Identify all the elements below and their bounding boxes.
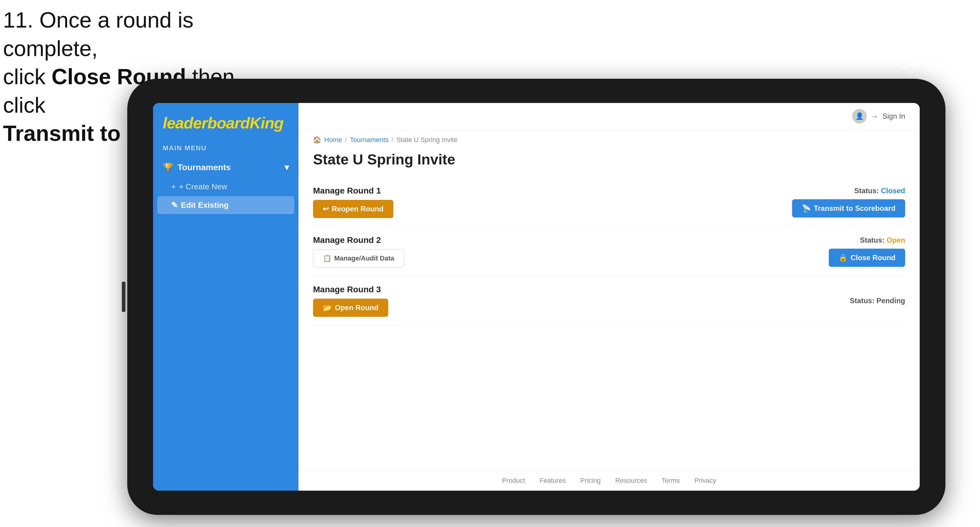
sign-in-label: Sign In bbox=[883, 112, 905, 121]
breadcrumb-home-icon: 🏠 bbox=[313, 136, 321, 144]
open-round-button[interactable]: 📂 Open Round bbox=[313, 298, 388, 317]
transmit-to-scoreboard-button[interactable]: 📡 Transmit to Scoreboard bbox=[792, 199, 905, 217]
close-round-button[interactable]: 🔒 Close Round bbox=[829, 249, 905, 267]
sign-in-area[interactable]: 👤 → Sign In bbox=[852, 109, 905, 124]
user-avatar: 👤 bbox=[852, 109, 867, 124]
sidebar-edit-existing[interactable]: ✎ Edit Existing bbox=[157, 196, 294, 214]
footer-resources[interactable]: Resources bbox=[615, 477, 647, 484]
sidebar-tournaments-label: Tournaments bbox=[178, 163, 231, 172]
footer: Product Features Pricing Resources Terms… bbox=[299, 470, 920, 490]
trophy-icon: 🏆 bbox=[163, 162, 173, 172]
sidebar-create-new[interactable]: + + Create New bbox=[153, 178, 299, 196]
round-2-status: Status: Open bbox=[860, 236, 905, 244]
sidebar-tournaments-item[interactable]: 🏆 Tournaments ▾ bbox=[153, 157, 299, 178]
footer-features[interactable]: Features bbox=[539, 477, 566, 484]
sidebar-section-label: MAIN MENU bbox=[153, 139, 299, 154]
footer-pricing[interactable]: Pricing bbox=[580, 477, 601, 484]
breadcrumb-tournaments[interactable]: Tournaments bbox=[350, 136, 388, 144]
plus-icon: + bbox=[171, 182, 176, 191]
footer-product[interactable]: Product bbox=[502, 477, 525, 484]
sidebar: leaderboardKing MAIN MENU 🏆 Tournaments … bbox=[153, 103, 299, 490]
tablet-screen: leaderboardKing MAIN MENU 🏆 Tournaments … bbox=[153, 103, 920, 490]
sidebar-logo: leaderboardKing bbox=[153, 103, 299, 139]
logo: leaderboardKing bbox=[163, 114, 289, 132]
round-2-title: Manage Round 2 bbox=[313, 235, 796, 245]
transmit-icon: 📡 bbox=[802, 204, 811, 213]
round-2-block: Manage Round 2 📋 Manage/Audit Data Statu… bbox=[313, 227, 905, 276]
round-1-status: Status: Closed bbox=[854, 187, 905, 195]
page-title: State U Spring Invite bbox=[313, 151, 905, 168]
round-1-block: Manage Round 1 ↩ Reopen Round Status: Cl… bbox=[313, 178, 905, 227]
sign-in-arrow-icon: → bbox=[871, 112, 878, 121]
breadcrumb-home[interactable]: Home bbox=[324, 136, 342, 144]
round-3-status: Status: Pending bbox=[850, 297, 905, 305]
reopen-round-button[interactable]: ↩ Reopen Round bbox=[313, 200, 393, 218]
breadcrumb-sep2: / bbox=[391, 136, 393, 144]
round-1-title: Manage Round 1 bbox=[313, 186, 792, 196]
edit-icon: ✎ bbox=[171, 200, 178, 210]
tablet-device: leaderboardKing MAIN MENU 🏆 Tournaments … bbox=[127, 79, 945, 515]
open-icon: 📂 bbox=[323, 303, 332, 312]
footer-terms[interactable]: Terms bbox=[662, 477, 680, 484]
breadcrumb: 🏠 Home / Tournaments / State U Spring In… bbox=[299, 130, 920, 146]
app-layout: leaderboardKing MAIN MENU 🏆 Tournaments … bbox=[153, 103, 920, 490]
main-content: 👤 → Sign In 🏠 Home / Tournaments / State… bbox=[299, 103, 920, 490]
round-3-title: Manage Round 3 bbox=[313, 285, 796, 294]
lock-icon: 🔒 bbox=[838, 254, 848, 262]
page-content: State U Spring Invite Manage Round 1 ↩ R… bbox=[299, 146, 920, 470]
tablet-side-button bbox=[122, 282, 126, 312]
breadcrumb-sep1: / bbox=[345, 136, 347, 144]
audit-icon: 📋 bbox=[323, 254, 331, 262]
sidebar-nav: 🏆 Tournaments ▾ + + Create New ✎ Edit Ex… bbox=[153, 154, 299, 217]
breadcrumb-current: State U Spring Invite bbox=[396, 136, 458, 144]
chevron-icon: ▾ bbox=[285, 162, 289, 172]
reopen-icon: ↩ bbox=[323, 205, 329, 213]
manage-audit-button[interactable]: 📋 Manage/Audit Data bbox=[313, 249, 404, 267]
round-3-block: Manage Round 3 📂 Open Round Status: Pend… bbox=[313, 276, 905, 325]
footer-privacy[interactable]: Privacy bbox=[694, 477, 716, 484]
instruction-line1: 11. Once a round is complete, bbox=[3, 6, 276, 63]
top-bar: 👤 → Sign In bbox=[299, 103, 920, 130]
